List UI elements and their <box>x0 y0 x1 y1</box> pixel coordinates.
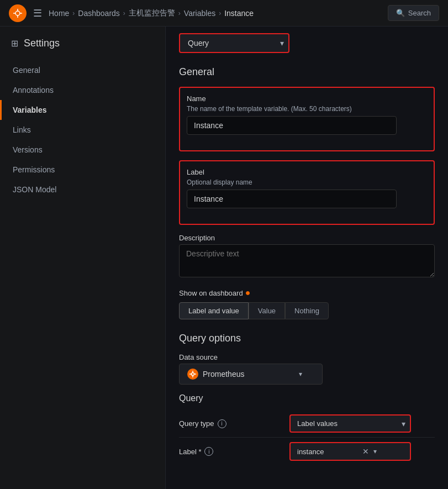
sidebar-item-links[interactable]: Links <box>0 120 165 140</box>
search-button[interactable]: 🔍 Search <box>388 5 439 21</box>
show-value-btn[interactable]: Value <box>249 302 285 319</box>
datasource-label: Data source <box>179 353 435 361</box>
breadcrumb-sep-2: › <box>178 9 181 17</box>
breadcrumb-home[interactable]: Home <box>49 9 69 18</box>
name-field-box: Name The name of the template variable. … <box>179 87 435 151</box>
datasource-chevron: ▾ <box>299 370 302 378</box>
name-input[interactable] <box>187 116 397 135</box>
hamburger-menu[interactable]: ☰ <box>33 7 42 19</box>
query-type-value-area: Label values Label names Metrics Query r… <box>289 414 435 433</box>
description-textarea[interactable] <box>179 244 435 277</box>
sidebar-item-general[interactable]: General <box>0 60 165 80</box>
show-on-dashboard-text: Show on dashboard <box>179 289 243 297</box>
label-label: Label <box>187 168 427 176</box>
query-options-title: Query options <box>179 333 435 344</box>
datasource-select[interactable]: Prometheus ▾ <box>179 364 323 385</box>
grafana-logo[interactable] <box>9 4 27 22</box>
sidebar-nav: General Annotations Variables Links Vers… <box>0 60 165 199</box>
sidebar-item-json-model[interactable]: JSON Model <box>0 180 165 199</box>
prometheus-icon <box>187 369 198 380</box>
sidebar-item-annotations[interactable]: Annotations <box>0 80 165 100</box>
sidebar-item-variables[interactable]: Variables <box>0 100 165 120</box>
label-field-box: Label Optional display name <box>179 160 435 225</box>
description-label: Description <box>179 234 435 242</box>
sidebar-item-permissions[interactable]: Permissions <box>0 160 165 180</box>
type-dropdown[interactable]: Query Custom Text box Constant Data sour… <box>179 33 289 53</box>
breadcrumb-dashboards[interactable]: Dashboards <box>78 9 120 18</box>
query-type-select[interactable]: Label values Label names Metrics Query r… <box>289 414 411 433</box>
sidebar-title: Settings <box>24 38 60 49</box>
show-nothing-btn[interactable]: Nothing <box>285 302 329 319</box>
breadcrumb-variables[interactable]: Variables <box>184 9 215 18</box>
label-clear-icon[interactable]: ✕ <box>362 447 369 456</box>
main-content: Query Custom Text box Constant Data sour… <box>166 27 448 489</box>
datasource-value: Prometheus <box>203 370 294 378</box>
type-selector-row: Query Custom Text box Constant Data sour… <box>179 27 435 53</box>
show-label-and-value-btn[interactable]: Label and value <box>179 302 249 319</box>
page-layout: ⊞ Settings General Annotations Variables… <box>0 27 448 489</box>
label-input[interactable] <box>187 190 397 208</box>
name-form-group: Name The name of the template variable. … <box>187 94 427 135</box>
breadcrumb-instance: Instance <box>224 9 254 18</box>
required-indicator: ● <box>245 288 251 298</box>
search-label: Search <box>408 9 431 17</box>
breadcrumb-dashboard-name[interactable]: 主机监控告警 <box>129 8 175 18</box>
show-on-dashboard-label: Show on dashboard ● <box>179 288 435 298</box>
topbar-left: ☰ Home › Dashboards › 主机监控告警 › Variables… <box>9 4 254 22</box>
label-row-value-area: instance ✕ ▾ <box>289 442 435 461</box>
query-type-label: Query type <box>179 419 214 428</box>
settings-icon: ⊞ <box>11 38 18 49</box>
label-sublabel: Optional display name <box>187 178 427 186</box>
label-input-wrapper: instance ✕ ▾ <box>289 442 411 461</box>
show-on-dashboard-radio-group: Label and value Value Nothing <box>179 302 435 319</box>
search-icon: 🔍 <box>396 9 405 17</box>
name-sublabel: The name of the template variable. (Max.… <box>187 105 427 113</box>
label-value-box[interactable]: instance ✕ ▾ <box>289 442 411 461</box>
general-title: General <box>179 66 435 78</box>
sidebar-item-versions[interactable]: Versions <box>0 140 165 160</box>
breadcrumb: Home › Dashboards › 主机监控告警 › Variables ›… <box>49 8 254 18</box>
description-form-group: Description <box>179 234 435 279</box>
datasource-dropdown-wrapper: Prometheus ▾ <box>179 364 323 385</box>
query-subsection-title: Query <box>179 393 435 403</box>
query-subsection: Query Query type i Label values Label na… <box>179 393 435 465</box>
query-type-dropdown-wrapper: Label values Label names Metrics Query r… <box>289 414 411 433</box>
label-info-icon[interactable]: i <box>204 447 213 456</box>
name-label: Name <box>187 94 427 103</box>
query-type-row: Query type i Label values Label names Me… <box>179 410 435 438</box>
type-dropdown-wrapper: Query Custom Text box Constant Data sour… <box>179 33 289 53</box>
breadcrumb-sep-1: › <box>123 9 125 17</box>
query-options-section: Query options Data source <box>179 333 435 465</box>
label-row: Label * i instance ✕ ▾ <box>179 438 435 465</box>
sidebar-header: ⊞ Settings <box>0 38 165 60</box>
general-section: General Name The name of the template va… <box>179 66 435 319</box>
breadcrumb-sep-0: › <box>72 9 75 17</box>
sidebar: ⊞ Settings General Annotations Variables… <box>0 27 166 489</box>
datasource-form-group: Data source <box>179 353 435 385</box>
query-type-info-icon[interactable]: i <box>218 419 226 428</box>
topbar: ☰ Home › Dashboards › 主机监控告警 › Variables… <box>0 0 448 27</box>
label-row-label: Label * <box>179 448 201 456</box>
label-chevron: ▾ <box>373 448 377 455</box>
show-on-dashboard-group: Show on dashboard ● Label and value Valu… <box>179 288 435 319</box>
breadcrumb-sep-3: › <box>219 9 221 17</box>
label-value-text: instance <box>297 448 324 456</box>
label-form-group: Label Optional display name <box>187 168 427 208</box>
